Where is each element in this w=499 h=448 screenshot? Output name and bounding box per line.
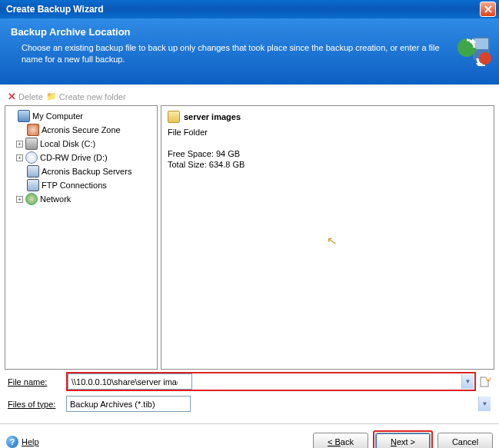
filename-input[interactable] [68,373,192,390]
close-icon [484,5,492,13]
create-folder-button: 📁 Create new folder [46,91,126,101]
location-tree[interactable]: My Computer Acronis Secure Zone + Local … [5,105,158,370]
new-folder-icon: 📁 [46,91,57,101]
tree-item[interactable]: Acronis Secure Zone [7,123,155,137]
filename-highlight: ▼ [66,372,476,391]
tree-item[interactable]: + Network [7,192,155,206]
detail-panel: server images File Folder Free Space: 94… [161,105,494,370]
help-link[interactable]: ? Help [6,436,39,448]
header-description: Choose an existing backup file to back u… [11,42,488,65]
disk-icon [25,138,38,150]
detail-type: File Folder [168,128,487,137]
svg-point-4 [479,52,491,65]
toolbar: ✕ Delete 📁 Create new folder [5,89,494,104]
header-icon [456,29,493,66]
filename-label: File name: [8,377,63,387]
window-title: Create Backup Wizard [6,4,480,15]
network-icon [25,193,38,205]
dropdown-icon[interactable]: ▼ [461,374,474,389]
wizard-header: Backup Archive Location Choose an existi… [0,18,499,85]
delete-icon: ✕ [8,91,16,102]
delete-button: ✕ Delete [8,91,43,102]
help-icon: ? [6,436,18,448]
tree-item[interactable]: + Local Disk (C:) [7,137,155,151]
ftp-icon [27,179,39,191]
detail-total-size: Total Size: 634.8 GB [168,160,487,169]
detail-title-row: server images [168,111,487,123]
new-file-button[interactable]: ★ [479,376,491,388]
detail-free-space: Free Space: 94 GB [168,149,487,158]
filename-row: File name: ▼ ★ [5,370,494,393]
header-title: Backup Archive Location [11,26,488,38]
next-highlight: Next > [373,430,433,448]
tree-root[interactable]: My Computer [7,109,155,123]
computer-icon [18,110,30,122]
secure-zone-icon [27,124,39,136]
tree-item[interactable]: + CD-RW Drive (D:) [7,151,155,164]
svg-rect-1 [474,38,488,49]
expander-icon[interactable]: + [16,154,23,161]
close-button[interactable] [480,2,496,17]
next-button[interactable]: Next > [375,433,431,448]
back-button[interactable]: < Back [313,433,368,448]
expander-icon[interactable]: + [16,196,23,203]
detail-title: server images [184,112,241,121]
tree-item[interactable]: FTP Connections [7,178,155,192]
filetype-row: Files of type: ▼ [5,393,494,414]
filetype-select[interactable] [66,396,191,412]
svg-text:★: ★ [484,376,491,382]
cd-icon [25,151,38,164]
folder-icon [168,111,180,123]
server-icon [27,165,39,178]
cursor-icon: ↖ [325,233,338,249]
filetype-label: Files of type: [8,400,63,409]
dropdown-icon[interactable]: ▼ [478,397,491,411]
titlebar[interactable]: Create Backup Wizard [0,0,499,18]
footer: ? Help < Back Next > Cancel [0,423,499,448]
tree-item[interactable]: Acronis Backup Servers [7,164,155,178]
cancel-button[interactable]: Cancel [437,433,493,448]
expander-icon[interactable]: + [16,141,23,148]
